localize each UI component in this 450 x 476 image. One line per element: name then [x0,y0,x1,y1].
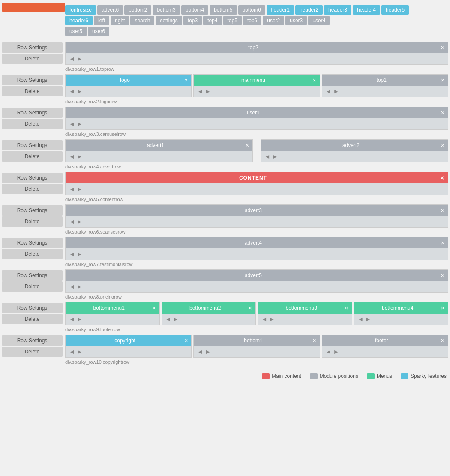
tag-user5[interactable]: user5 [65,27,87,36]
left-arrow-row10-1[interactable]: ◄ [197,348,203,355]
tag-header3[interactable]: header3 [324,5,351,15]
row-settings-button-row7[interactable]: Row Settings [2,238,63,248]
delete-button-row3[interactable]: Delete [2,119,63,129]
close-btn-row8-0[interactable]: × [441,272,444,278]
right-arrow-row7-0[interactable]: ► [77,251,83,257]
tag-header2[interactable]: header2 [295,5,323,15]
tag-bottom2[interactable]: bottom2 [124,5,151,15]
right-arrow-row4-1[interactable]: ► [272,153,278,160]
tag-bottom6[interactable]: bottom6 [238,5,265,15]
close-btn-row2-0[interactable]: × [184,77,188,83]
left-arrow-row9-0[interactable]: ◄ [69,316,75,323]
tag-header6[interactable]: header6 [65,16,93,25]
row-settings-button-row4[interactable]: Row Settings [2,140,63,150]
right-arrow-row1-0[interactable]: ► [77,55,83,62]
row-settings-button-row2[interactable]: Row Settings [2,75,63,85]
left-arrow-row10-2[interactable]: ◄ [326,348,332,355]
close-btn-row10-1[interactable]: × [312,338,316,344]
left-arrow-row5-0[interactable]: ◄ [69,186,75,192]
right-arrow-row9-3[interactable]: ► [365,316,371,323]
add-row-button[interactable] [2,3,65,12]
close-btn-row6-0[interactable]: × [441,207,444,213]
left-arrow-row10-0[interactable]: ◄ [69,348,75,355]
tag-advert6[interactable]: advert6 [97,5,123,15]
right-arrow-row10-2[interactable]: ► [333,348,339,355]
tag-header1[interactable]: header1 [267,5,294,15]
right-arrow-row8-0[interactable]: ► [77,283,83,290]
row-settings-button-row9[interactable]: Row Settings [2,303,63,313]
tag-top6[interactable]: top6 [243,16,261,25]
close-btn-row1-0[interactable]: × [441,45,444,51]
right-arrow-row9-1[interactable]: ► [173,316,179,323]
left-arrow-row9-2[interactable]: ◄ [261,316,267,323]
right-arrow-row2-2[interactable]: ► [333,88,339,95]
left-arrow-row2-0[interactable]: ◄ [69,88,75,95]
right-arrow-row10-1[interactable]: ► [205,348,211,355]
tag-header5[interactable]: header5 [381,5,409,15]
delete-button-row5[interactable]: Delete [2,184,63,194]
tag-user6[interactable]: user6 [88,27,109,36]
tag-bottom4[interactable]: bottom4 [181,5,208,15]
close-btn-row4-1[interactable]: × [441,142,444,148]
tag-user2[interactable]: user2 [263,16,284,25]
delete-button-row7[interactable]: Delete [2,249,63,259]
left-arrow-row8-0[interactable]: ◄ [69,283,75,290]
close-btn-row10-0[interactable]: × [184,338,188,344]
right-arrow-row5-0[interactable]: ► [77,186,83,192]
right-arrow-row2-1[interactable]: ► [205,88,211,95]
left-arrow-row3-0[interactable]: ◄ [69,120,75,127]
row-settings-button-row1[interactable]: Row Settings [2,42,63,53]
delete-button-row2[interactable]: Delete [2,86,63,96]
tag-fontresize[interactable]: fontresize [65,5,96,15]
close-btn-row2-2[interactable]: × [441,77,444,83]
delete-button-row1[interactable]: Delete [2,54,63,64]
delete-button-row6[interactable]: Delete [2,216,63,227]
tag-settings[interactable]: settings [156,16,182,25]
tag-top3[interactable]: top3 [183,16,202,25]
close-btn-row7-0[interactable]: × [441,240,444,246]
tag-user4[interactable]: user4 [308,16,330,25]
right-arrow-row4-0[interactable]: ► [77,153,83,160]
right-arrow-row9-0[interactable]: ► [77,316,83,323]
left-arrow-row7-0[interactable]: ◄ [69,251,75,257]
close-btn-row9-2[interactable]: × [345,305,348,311]
tag-search[interactable]: search [130,16,154,25]
tag-bottom3[interactable]: bottom3 [153,5,180,15]
left-arrow-row6-0[interactable]: ◄ [69,218,75,225]
left-arrow-row4-0[interactable]: ◄ [69,153,75,160]
delete-button-row9[interactable]: Delete [2,314,63,324]
left-arrow-row2-2[interactable]: ◄ [326,88,332,95]
tag-top5[interactable]: top5 [223,16,242,25]
right-arrow-row10-0[interactable]: ► [77,348,83,355]
delete-button-row8[interactable]: Delete [2,281,63,292]
close-btn-row10-2[interactable]: × [441,338,444,344]
left-arrow-row1-0[interactable]: ◄ [69,55,75,62]
right-arrow-row2-0[interactable]: ► [77,88,83,95]
right-arrow-row9-2[interactable]: ► [269,316,275,323]
left-arrow-row4-1[interactable]: ◄ [264,153,270,160]
tag-top4[interactable]: top4 [203,16,222,25]
tag-right[interactable]: right [111,16,129,25]
close-btn-row3-0[interactable]: × [441,110,444,116]
delete-button-row10[interactable]: Delete [2,347,63,357]
close-btn-row5-0[interactable]: × [441,175,444,181]
tag-left[interactable]: left [94,16,109,25]
left-arrow-row9-1[interactable]: ◄ [165,316,171,323]
tag-user3[interactable]: user3 [285,16,307,25]
row-settings-button-row8[interactable]: Row Settings [2,270,63,281]
left-arrow-row2-1[interactable]: ◄ [197,88,203,95]
close-btn-row9-0[interactable]: × [152,305,156,311]
row-settings-button-row5[interactable]: Row Settings [2,173,63,183]
right-arrow-row3-0[interactable]: ► [77,120,83,127]
tag-header4[interactable]: header4 [353,5,380,15]
row-settings-button-row10[interactable]: Row Settings [2,335,63,346]
left-arrow-row9-3[interactable]: ◄ [358,316,364,323]
tag-bottom5[interactable]: bottom5 [210,5,237,15]
close-btn-row2-1[interactable]: × [312,77,316,83]
close-btn-row9-1[interactable]: × [249,305,252,311]
close-btn-row4-0[interactable]: × [246,142,249,148]
close-btn-row9-3[interactable]: × [441,305,444,311]
row-settings-button-row3[interactable]: Row Settings [2,108,63,118]
right-arrow-row6-0[interactable]: ► [77,218,83,225]
row-settings-button-row6[interactable]: Row Settings [2,205,63,216]
